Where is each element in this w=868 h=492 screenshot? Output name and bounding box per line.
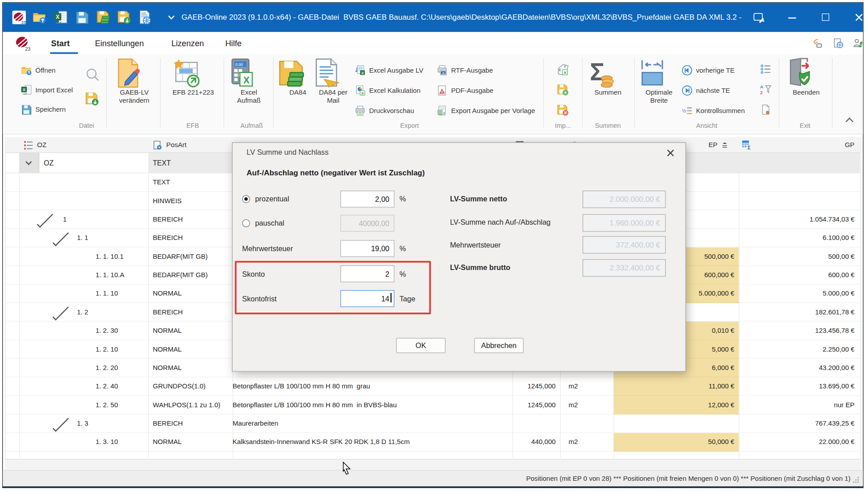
naechste-te-button[interactable]: nächste TE (682, 83, 749, 98)
gaeb-lv-veraendern-button[interactable]: GAEB-LV verändern (114, 58, 155, 105)
efb-221-223-button[interactable]: EFB 221+223 (173, 58, 213, 97)
collapse-chevron-icon[interactable] (52, 304, 69, 320)
group-caption-efb: EFB (186, 121, 199, 130)
skontofrist-input[interactable] (341, 290, 394, 307)
tab-hilfe[interactable]: Hilfe (225, 32, 242, 54)
save-badge-button[interactable] (85, 91, 99, 106)
tree-root-oz: OZ (44, 153, 54, 173)
ribbon-collapse-chevron[interactable] (846, 118, 854, 126)
table-row[interactable]: 1. 2. 50 WAHLPOS(1.1 zu 1.0) Betonpflast… (6, 396, 860, 414)
close-button[interactable] (851, 11, 867, 24)
floppy-icon (21, 104, 32, 115)
maximize-button[interactable] (818, 11, 833, 24)
pdf-ausgabe-button[interactable]: PDF-Ausgabe (436, 83, 543, 98)
sigma-coins-icon: Σ (587, 58, 628, 88)
import-excel-icon[interactable]: X (53, 10, 68, 25)
beenden-button[interactable]: Beenden (786, 58, 826, 97)
tab-start[interactable]: Start (51, 32, 69, 54)
rtf-ausgabe-button[interactable]: W RTF-Ausgabe (436, 62, 543, 78)
app-root: 23 X GAEB-Online 2023 (9.1.0.0-x64) - GA… (0, 0, 868, 492)
open-button[interactable]: Öffnen (21, 62, 82, 78)
lv-summe-brutto-value: 2.332.400,00 € (583, 259, 666, 277)
tab-einstellungen[interactable]: Einstellungen (95, 32, 144, 54)
web-document-icon[interactable] (833, 38, 844, 49)
qat-customize-chevron-icon[interactable] (169, 14, 174, 19)
detail-list-button[interactable] (760, 64, 771, 75)
column-header-oz[interactable]: OZ (37, 137, 47, 153)
kontrollsummen-button[interactable]: ½ Kontrollsummen (682, 103, 755, 118)
open-file-icon[interactable] (32, 10, 47, 25)
export-vorlage-button[interactable]: # Export Ausgabe per Vorlage (436, 103, 543, 118)
summen-button[interactable]: Σ Summen (587, 58, 628, 97)
horizontal-scrollbar[interactable] (5, 459, 860, 470)
save-button[interactable]: Speichern (21, 102, 82, 118)
search-button[interactable] (85, 67, 100, 83)
cell-oz: 1. 1. 10.1 (95, 248, 124, 266)
cell-menge: 1245,000 (527, 396, 556, 414)
import-save-green-button[interactable] (557, 84, 569, 96)
import-excel-button[interactable]: X Import Excel (21, 82, 82, 98)
remote-support-icon[interactable] (812, 38, 823, 49)
cell-gp: 1.054.734,03 € (809, 210, 854, 229)
save-icon[interactable] (75, 10, 90, 25)
excel-ausgabe-lv-button[interactable]: X Excel Ausgabe LV (354, 62, 430, 78)
document-note-button[interactable] (760, 104, 771, 115)
cell-ep[interactable]: 12,000 € (613, 396, 739, 414)
prozentual-input[interactable] (341, 191, 394, 208)
group-separator (634, 58, 635, 127)
expand-all-cell[interactable] (19, 153, 39, 173)
ok-button[interactable]: OK (396, 338, 445, 353)
save-da84-icon[interactable] (96, 10, 111, 25)
optimale-breite-button[interactable]: Optimale Breite (639, 58, 679, 105)
cell-oz: 1. 2. 20 (95, 359, 118, 377)
da84-per-mail-button[interactable]: DA84 per Mail (313, 58, 353, 105)
cell-text: Betonpflaster L/B 100/100 mm H 80 mm in … (233, 396, 397, 414)
exit-door-icon (786, 58, 826, 88)
column-header-ep[interactable]: EP (708, 137, 717, 153)
vorherige-te-button[interactable]: vorherige TE (682, 62, 749, 78)
mouse-cursor (342, 462, 352, 475)
cell-posart: BEDARF(MIT GB) (153, 248, 208, 266)
table-row[interactable]: 1. 3 BEREICH Maurerarbeiten 767.439,25 € (6, 414, 860, 433)
gp-sum-table-icon[interactable]: Σ (742, 140, 752, 150)
app-logo-icon[interactable]: 23 (12, 10, 26, 25)
sort-filter-button[interactable]: AZ (760, 84, 771, 95)
cell-ep[interactable]: 50,000 € (613, 433, 739, 451)
cell-posart: BEREICH (153, 210, 183, 229)
excel-aufmass-button[interactable]: 0.00X Excel Aufmaß (229, 58, 269, 105)
license-shield-icon[interactable] (853, 38, 864, 49)
pauschal-radio[interactable] (242, 219, 250, 227)
da84-button[interactable]: DA84 (277, 58, 318, 97)
da84-floppy-money-icon (277, 58, 318, 88)
resize-grip[interactable] (852, 476, 859, 483)
ribbon-logo-icon[interactable]: 23 (14, 34, 31, 51)
cancel-button[interactable]: Abbrechen (474, 338, 523, 353)
collapse-chevron-icon[interactable] (52, 415, 69, 431)
skonto-label: Skonto (242, 270, 265, 279)
column-header-gp[interactable]: GP (845, 137, 855, 153)
tab-lizenzen[interactable]: Lizenzen (171, 32, 204, 54)
collapse-chevron-icon[interactable] (37, 211, 53, 227)
excel-output-icon: X (354, 65, 366, 76)
export-document-icon[interactable] (138, 10, 152, 25)
collapse-chevron-icon[interactable] (52, 230, 69, 246)
cell-oz: 1. 1. 10 (95, 284, 118, 303)
style-button[interactable] (751, 11, 767, 24)
skonto-input[interactable] (341, 266, 394, 283)
druckvorschau-button[interactable]: Druckvorschau (354, 103, 430, 118)
excel-kalkulation-button[interactable]: X Excel Kalkulation (354, 83, 430, 98)
prozentual-radio[interactable] (242, 195, 250, 203)
dialog-close-icon[interactable] (665, 147, 676, 158)
table-row[interactable]: 1. 2. 40 GRUNDPOS(1.0) Betonpflaster L/B… (6, 377, 860, 396)
table-row[interactable]: 1. 3. 10 NORMAL Kalksandstein-Innenwand … (6, 433, 860, 451)
column-header-posart[interactable]: PosArt (166, 137, 186, 153)
cell-ep[interactable]: 11,000 € (613, 377, 739, 396)
mehrwertsteuer-input[interactable] (341, 240, 394, 257)
prozentual-label: prozentual (255, 195, 289, 203)
save-download-icon[interactable] (117, 10, 132, 25)
cell-oz: 1. 2. 10 (95, 340, 118, 358)
ribbon-content: Öffnen X Import Excel Speichern Datei GA… (3, 55, 863, 135)
import-save-red-button[interactable] (557, 104, 569, 117)
minimize-button[interactable] (785, 11, 800, 24)
import-prices-button[interactable]: €X (557, 64, 569, 76)
